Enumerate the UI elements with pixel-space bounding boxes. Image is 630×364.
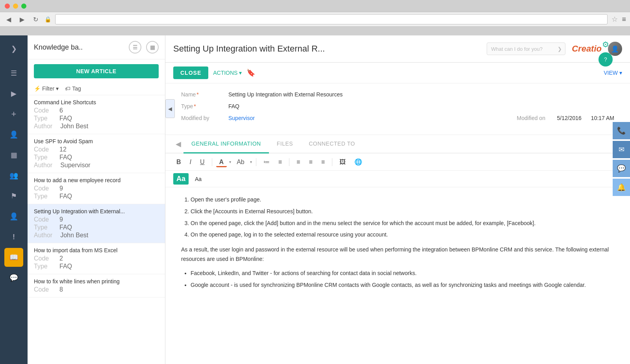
tabs-prev-button[interactable]: ◀ xyxy=(173,137,183,152)
type-label: Type* xyxy=(181,103,228,109)
url-input[interactable] xyxy=(55,14,608,24)
italic-button[interactable]: I xyxy=(187,157,195,167)
list-item: Google account - is used for synchronizi… xyxy=(191,281,614,290)
bold-button[interactable]: B xyxy=(173,157,184,167)
list-item[interactable]: How to add a new employee record Code 9 … xyxy=(28,173,165,204)
align-left-button[interactable]: ≡ xyxy=(293,157,303,167)
tabs-bar: ◀ GENERAL INFORMATION FILES CONNECTED TO… xyxy=(165,135,630,153)
new-article-button[interactable]: NEW ARTICLE xyxy=(34,64,159,78)
divider-2 xyxy=(256,158,256,166)
kb-header: Knowledge ba.. ☰ ▦ xyxy=(28,35,165,59)
font-size-row: Aa Aa xyxy=(165,171,630,187)
sidebar-item-play[interactable]: ▶ xyxy=(4,84,23,103)
article-detail: ◀ Name* Setting Up Integration with Exte… xyxy=(165,83,630,364)
sidebar-item-people[interactable]: 👥 xyxy=(4,166,23,185)
forward-button[interactable]: ▶ xyxy=(17,15,27,24)
kb-title: Knowledge ba.. xyxy=(34,43,124,52)
align-right-button[interactable]: ≡ xyxy=(318,157,328,167)
article-list: Command Line Shortcuts Code 6 Type FAQ A… xyxy=(28,95,165,364)
link-button[interactable]: 🌐 xyxy=(351,157,365,167)
list-item[interactable]: Use SPF to Avoid Spam Code 12 Type FAQ A… xyxy=(28,134,165,173)
refresh-button[interactable]: ↻ xyxy=(31,15,41,24)
traffic-yellow[interactable] xyxy=(13,4,18,9)
steps-list: Open the user's profile page. Click the … xyxy=(191,195,614,240)
kb-filter-row: ⚡ Filter ▾ 🏷 Tag xyxy=(28,83,165,95)
filter-chevron-icon: ▾ xyxy=(56,85,59,92)
list-item[interactable]: Command Line Shortcuts Code 6 Type FAQ A… xyxy=(28,95,165,134)
image-button[interactable]: 🖼 xyxy=(336,157,349,167)
ordered-list-button[interactable]: ≔ xyxy=(260,157,273,167)
traffic-green[interactable] xyxy=(21,4,26,9)
panel-collapse-button[interactable]: ◀ xyxy=(165,99,175,118)
sidebar-item-alert[interactable]: ! xyxy=(4,227,23,246)
phone-action-button[interactable]: 📞 xyxy=(613,122,630,139)
list-view-icon[interactable]: ☰ xyxy=(129,41,141,54)
sidebar-item-chart[interactable]: ▦ xyxy=(4,146,23,164)
sidebar-item-add[interactable]: + xyxy=(4,105,23,124)
font-color-button[interactable]: A xyxy=(216,157,227,167)
underline-button[interactable]: U xyxy=(197,157,208,167)
email-action-button[interactable]: ✉ xyxy=(613,141,630,158)
view-button[interactable]: VIEW ▾ xyxy=(604,70,622,76)
highlight-button[interactable]: Ab xyxy=(233,157,248,167)
lock-icon: 🔒 xyxy=(44,16,51,22)
list-item[interactable]: How to import data from MS Excel Code 2 … xyxy=(28,243,165,274)
modified-on-label: Modified on xyxy=(517,115,552,121)
tag-button[interactable]: 🏷 Tag xyxy=(65,85,81,92)
font-size-large-button[interactable]: Aa xyxy=(173,173,189,185)
chart-view-icon[interactable]: ▦ xyxy=(146,41,159,54)
top-right-icons: ⚙ ? xyxy=(598,37,613,67)
search-box[interactable]: What can I do for you? ❯ xyxy=(487,42,565,55)
list-item[interactable]: How to fix white lines when printing Cod… xyxy=(28,274,165,297)
list-item: On the opened page, click the [Add] butt… xyxy=(191,219,614,228)
sidebar-item-person[interactable]: 👤 xyxy=(4,125,23,144)
actions-chevron-icon: ▾ xyxy=(239,70,242,76)
article-title: Setting Up Integration with External... xyxy=(34,208,159,214)
back-button[interactable]: ◀ xyxy=(4,15,13,24)
tab-general-information[interactable]: GENERAL INFORMATION xyxy=(183,135,269,153)
field-row-name: Name* Setting Up Integration with Extern… xyxy=(181,91,614,98)
list-item[interactable]: Setting Up Integration with External... … xyxy=(28,204,165,243)
app-container: ❯ ☰ ▶ + 👤 ▦ 👥 ⚑ 👤 ! 📖 💬 Knowledge ba.. ☰… xyxy=(0,35,630,364)
modified-time: 10:17 AM xyxy=(591,115,614,121)
settings-icon[interactable]: ⚙ xyxy=(598,37,613,52)
sidebar-expand-button[interactable]: ❯ xyxy=(4,39,23,58)
kb-panel: Knowledge ba.. ☰ ▦ NEW ARTICLE ⚡ Filter … xyxy=(28,35,165,364)
actions-button[interactable]: ACTIONS ▾ xyxy=(213,70,242,76)
close-button[interactable]: CLOSE xyxy=(173,67,208,79)
sidebar-item-hamburger[interactable]: ☰ xyxy=(4,64,23,83)
star-icon[interactable]: ☆ xyxy=(611,15,618,24)
article-title: How to fix white lines when printing xyxy=(34,278,159,285)
sidebar-item-chat[interactable]: 💬 xyxy=(4,268,23,287)
type-value: FAQ xyxy=(228,103,614,109)
right-actions: 📞 ✉ 💬 🔔 xyxy=(613,122,630,197)
name-label: Name* xyxy=(181,91,228,98)
tab-files[interactable]: FILES xyxy=(269,135,301,153)
sidebar-dark: ❯ ☰ ▶ + 👤 ▦ 👥 ⚑ 👤 ! 📖 💬 xyxy=(0,35,28,364)
tag-icon: 🏷 xyxy=(65,85,70,92)
view-chevron-icon: ▾ xyxy=(619,70,622,76)
article-meta: Code 6 xyxy=(34,107,159,114)
live-chat-action-button[interactable]: 💬 xyxy=(613,160,630,177)
sidebar-item-person2[interactable]: 👤 xyxy=(4,207,23,226)
font-size-small-button[interactable]: Aa xyxy=(192,174,205,184)
supervisor-link[interactable]: Supervisor xyxy=(228,115,255,121)
filter-button[interactable]: ⚡ Filter ▾ xyxy=(34,85,59,92)
editor-toolbar: B I U A ▾ Ab ▾ ≔ ≡ ≡ ≡ ≡ 🖼 🌐 xyxy=(165,153,630,171)
notification-action-button[interactable]: 🔔 xyxy=(613,179,630,196)
search-placeholder: What can I do for you? xyxy=(491,46,543,52)
article-title: Use SPF to Avoid Spam xyxy=(34,138,159,144)
browser-chrome: ◀ ▶ ↻ 🔒 ☆ ≡ xyxy=(0,0,630,35)
bookmark-icon[interactable]: 🔖 xyxy=(246,68,255,77)
align-center-button[interactable]: ≡ xyxy=(306,157,315,167)
browser-menu-icon[interactable]: ≡ xyxy=(622,15,626,24)
list-item: Facebook, LinkedIn, and Twitter - for ac… xyxy=(191,269,614,278)
tab-connected-to[interactable]: CONNECTED TO xyxy=(301,135,363,153)
article-title: Command Line Shortcuts xyxy=(34,99,159,105)
sidebar-item-flag[interactable]: ⚑ xyxy=(4,187,23,205)
address-bar: ◀ ▶ ↻ 🔒 ☆ ≡ xyxy=(0,12,630,27)
sidebar-item-book[interactable]: 📖 xyxy=(4,248,23,267)
traffic-red[interactable] xyxy=(5,4,10,9)
unordered-list-button[interactable]: ≡ xyxy=(275,157,285,167)
help-icon[interactable]: ? xyxy=(598,52,613,67)
